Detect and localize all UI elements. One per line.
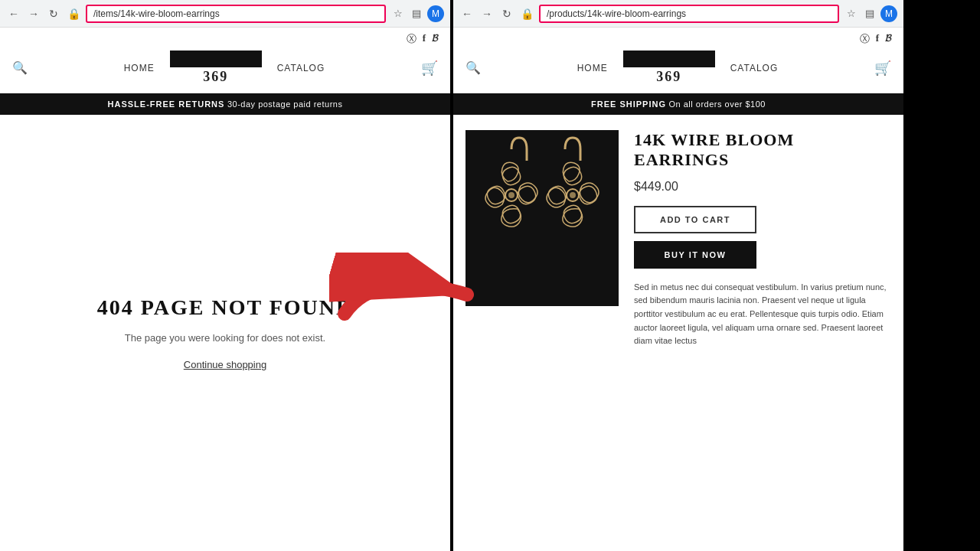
forward-button[interactable]: → xyxy=(26,6,41,21)
catalog-link[interactable]: CATALOG xyxy=(277,63,325,73)
left-logo: 369 xyxy=(170,51,262,85)
left-nav-bar: 🔍 HOME 369 CATALOG 🛒 xyxy=(0,46,450,93)
error-subtitle: The page you were looking for does not e… xyxy=(125,332,325,344)
right-logo-image xyxy=(623,51,715,67)
right-forward-button[interactable]: → xyxy=(479,6,495,21)
product-area: 14K WIRE BLOOM EARRINGS $449.00 ADD TO C… xyxy=(453,115,903,551)
right-browser-icons: ☆ ▤ M xyxy=(844,5,897,22)
facebook-icon[interactable]: f xyxy=(423,32,426,46)
right-nav-bar: 🔍 HOME 369 CATALOG 🛒 xyxy=(453,46,903,93)
product-info: 14K WIRE BLOOM EARRINGS $449.00 ADD TO C… xyxy=(634,130,891,536)
back-button[interactable]: ← xyxy=(6,6,21,21)
right-extensions-icon[interactable]: ▤ xyxy=(862,6,877,21)
browser-icons: ☆ ▤ M xyxy=(390,5,444,22)
svg-point-4 xyxy=(570,192,576,198)
left-nav-links: HOME 369 CATALOG xyxy=(124,51,325,85)
right-home-link[interactable]: HOME xyxy=(577,63,608,73)
logo-image xyxy=(170,51,262,67)
left-social-bar: Ⓧ f 𝓑 xyxy=(0,28,450,46)
search-icon[interactable]: 🔍 xyxy=(12,60,28,75)
right-store-header: Ⓧ f 𝓑 🔍 HOME 369 CATALOG 🛒 xyxy=(453,28,903,93)
right-star-icon[interactable]: ☆ xyxy=(844,6,859,21)
right-reload-button[interactable]: ↻ xyxy=(499,6,514,21)
right-profile-avatar[interactable]: M xyxy=(880,5,897,22)
right-browser-panel: ← → ↻ 🔒 /products/14k-wire-bloom-earring… xyxy=(453,0,903,551)
pinterest-icon[interactable]: 𝓑 xyxy=(432,32,438,46)
redirect-arrow xyxy=(329,253,498,337)
profile-avatar[interactable]: M xyxy=(427,5,444,22)
continue-shopping-link[interactable]: Continue shopping xyxy=(184,359,266,370)
right-social-bar: Ⓧ f 𝓑 xyxy=(453,28,903,46)
add-to-cart-button[interactable]: ADD TO CART xyxy=(634,206,756,233)
left-browser-bar: ← → ↻ 🔒 /items/14k-wire-bloom-earrings ☆… xyxy=(0,0,450,28)
right-back-button[interactable]: ← xyxy=(459,6,475,21)
right-promo-bold: FREE SHIPPING xyxy=(591,99,666,109)
right-search-icon[interactable]: 🔍 xyxy=(466,60,481,75)
extensions-icon[interactable]: ▤ xyxy=(409,6,424,21)
promo-text: 30-day postage paid returns xyxy=(224,99,342,109)
promo-bold: HASSLE-FREE RETURNS xyxy=(108,99,225,109)
address-bar[interactable]: /items/14k-wire-bloom-earrings xyxy=(86,5,386,23)
product-price: $449.00 xyxy=(634,180,891,194)
lock-icon: 🔒 xyxy=(66,6,81,21)
right-url-text: /products/14k-wire-bloom-earrings xyxy=(547,8,686,19)
instagram-icon[interactable]: Ⓧ xyxy=(407,32,416,46)
buy-now-button[interactable]: BUY IT NOW xyxy=(634,241,756,269)
product-description: Sed in metus nec dui consequat vestibulu… xyxy=(634,281,891,348)
reload-button[interactable]: ↻ xyxy=(46,6,61,21)
right-logo: 369 xyxy=(623,51,715,85)
home-link[interactable]: HOME xyxy=(124,63,155,73)
right-instagram-icon[interactable]: Ⓧ xyxy=(860,32,870,46)
right-promo-bar: FREE SHIPPING On all orders over $100 xyxy=(453,93,903,115)
product-title: 14K WIRE BLOOM EARRINGS xyxy=(634,130,891,171)
right-promo-text: On all orders over $100 xyxy=(666,99,766,109)
logo-number: 369 xyxy=(203,69,228,85)
right-nav-links: HOME 369 CATALOG xyxy=(577,51,779,85)
left-promo-bar: HASSLE-FREE RETURNS 30-day postage paid … xyxy=(0,93,450,115)
right-logo-number: 369 xyxy=(656,69,681,85)
url-text: /items/14k-wire-bloom-earrings xyxy=(93,8,220,19)
right-facebook-icon[interactable]: f xyxy=(876,32,879,46)
cart-icon[interactable]: 🛒 xyxy=(421,60,438,77)
right-cart-icon[interactable]: 🛒 xyxy=(874,60,891,77)
right-catalog-link[interactable]: CATALOG xyxy=(730,63,779,73)
svg-point-2 xyxy=(508,192,514,198)
star-icon[interactable]: ☆ xyxy=(390,6,406,21)
error-title: 404 PAGE NOT FOUND xyxy=(97,295,353,320)
right-pinterest-icon[interactable]: 𝓑 xyxy=(885,32,891,46)
right-address-bar[interactable]: /products/14k-wire-bloom-earrings xyxy=(539,5,839,23)
right-browser-bar: ← → ↻ 🔒 /products/14k-wire-bloom-earring… xyxy=(453,0,903,28)
left-store-header: Ⓧ f 𝓑 🔍 HOME 369 CATALOG 🛒 xyxy=(0,28,450,93)
right-lock-icon: 🔒 xyxy=(519,6,534,21)
